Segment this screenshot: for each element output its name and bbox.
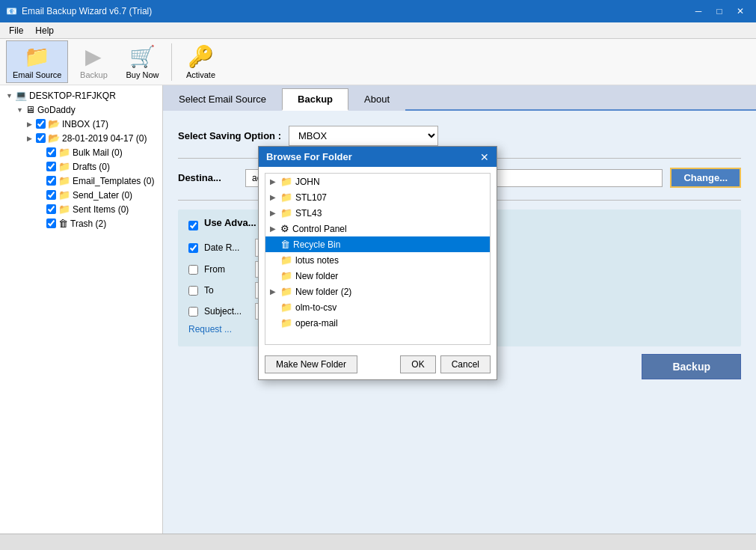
status-bar xyxy=(0,534,756,550)
stl43-label: STL43 xyxy=(295,208,322,219)
tree-item-drafts-label: Drafts (0) xyxy=(73,162,110,172)
templates-folder-icon: 📁 xyxy=(58,175,70,186)
computer-icon: 💻 xyxy=(15,90,27,101)
make-new-folder-button[interactable]: Make New Folder xyxy=(265,355,357,373)
email-source-button[interactable]: 📁 Email Source xyxy=(6,40,68,83)
date-checkbox[interactable] xyxy=(36,133,46,143)
tree-item-godaddy-label: GoDaddy xyxy=(37,105,76,115)
inbox-folder-icon: 📂 xyxy=(48,118,60,129)
godaddy-expand-icon: ▼ xyxy=(16,106,25,114)
stl107-label: STL107 xyxy=(295,192,327,203)
tree-item-inbox[interactable]: ▶ 📂 INBOX (17) xyxy=(0,117,162,131)
date-range-checkbox[interactable] xyxy=(188,243,198,253)
tab-backup[interactable]: Backup xyxy=(282,88,348,111)
lotus-label: lotus notes xyxy=(295,255,339,266)
tree-item-bulk[interactable]: 📁 Bulk Mail (0) xyxy=(0,145,162,159)
tree-item-templates-label: Email_Templates (0) xyxy=(73,176,154,186)
john-label: JOHN xyxy=(295,177,320,187)
tree-item-inbox-label: INBOX (17) xyxy=(62,119,108,129)
menu-file[interactable]: File xyxy=(3,24,29,37)
dialog-folder-john[interactable]: ▶ 📁 JOHN xyxy=(265,174,490,189)
subject-label: Subject... xyxy=(204,306,249,317)
from-checkbox[interactable] xyxy=(188,265,198,275)
new2-expand-icon: ▶ xyxy=(270,287,280,296)
dialog-ok-button[interactable]: OK xyxy=(400,355,435,373)
olm-label: olm-to-csv xyxy=(295,302,336,313)
to-checkbox[interactable] xyxy=(188,286,198,296)
backup-icon: ▶ xyxy=(85,44,102,69)
tree-item-date[interactable]: ▶ 📂 28-01-2019 04-17 (0) xyxy=(0,131,162,145)
dialog-close-button[interactable]: ✕ xyxy=(480,152,489,162)
use-advanced-checkbox[interactable] xyxy=(188,221,198,230)
saving-option-select[interactable]: MBOX PST EML MSG PDF HTML xyxy=(289,126,438,146)
new2-folder-icon: 📁 xyxy=(280,286,292,297)
dialog-cancel-button[interactable]: Cancel xyxy=(440,355,491,373)
saving-option-row: Select Saving Option : MBOX PST EML MSG … xyxy=(178,126,741,146)
menu-help[interactable]: Help xyxy=(29,24,60,37)
dialog-title-bar: Browse For Folder ✕ xyxy=(259,147,497,167)
request-link[interactable]: Request ... xyxy=(188,324,232,334)
menu-bar: File Help xyxy=(0,22,756,39)
from-label: From xyxy=(204,264,249,275)
browse-folder-dialog: Browse For Folder ✕ ▶ 📁 JOHN ▶ 📁 STL107 … xyxy=(258,146,497,380)
inbox-checkbox[interactable] xyxy=(36,119,46,129)
drafts-folder-icon: 📁 xyxy=(58,161,70,172)
tree-item-trash[interactable]: 🗑 Trash (2) xyxy=(0,216,162,230)
templates-checkbox[interactable] xyxy=(46,176,56,186)
tree-root[interactable]: ▼ 💻 DESKTOP-R1FJKQR xyxy=(0,88,162,103)
dialog-folder-recycle[interactable]: 🗑 Recycle Bin xyxy=(265,236,490,252)
maximize-button[interactable]: □ xyxy=(710,4,729,19)
minimize-button[interactable]: ─ xyxy=(689,4,708,19)
tab-select-email-source[interactable]: Select Email Source xyxy=(163,88,282,111)
opera-folder-icon: 📁 xyxy=(280,317,292,329)
tree-item-godaddy[interactable]: ▼ 🖥 GoDaddy xyxy=(0,103,162,117)
dialog-folder-stl43[interactable]: ▶ 📁 STL43 xyxy=(265,205,490,221)
new-folder-icon: 📁 xyxy=(280,270,292,281)
sendlater-folder-icon: 📁 xyxy=(58,189,70,201)
stl107-expand-icon: ▶ xyxy=(270,193,280,201)
recycle-icon: 🗑 xyxy=(280,239,290,250)
tree-item-sendlater[interactable]: 📁 Send_Later (0) xyxy=(0,188,162,202)
subject-checkbox[interactable] xyxy=(188,307,198,317)
dialog-folder-new[interactable]: 📁 New folder xyxy=(265,268,490,284)
date-range-label: Date R... xyxy=(204,242,249,253)
toolbar: 📁 Email Source ▶ Backup 🛒 Buy Now 🔑 Acti… xyxy=(0,39,756,85)
cart-icon: 🛒 xyxy=(129,44,156,69)
trash-checkbox[interactable] xyxy=(46,219,56,228)
activate-button[interactable]: 🔑 Activate xyxy=(178,40,223,83)
use-advanced-label: Use Adva... xyxy=(204,217,256,228)
backup-toolbar-button[interactable]: ▶ Backup xyxy=(71,40,116,83)
olm-folder-icon: 📁 xyxy=(280,302,292,313)
dialog-folder-control-panel[interactable]: ▶ ⚙ Control Panel xyxy=(265,221,490,236)
dialog-folder-new2[interactable]: ▶ 📁 New folder (2) xyxy=(265,284,490,299)
drafts-checkbox[interactable] xyxy=(46,162,56,171)
close-button[interactable]: ✕ xyxy=(731,4,750,19)
dialog-folder-opera[interactable]: 📁 opera-mail xyxy=(265,315,490,331)
dialog-folder-lotus[interactable]: 📁 lotus notes xyxy=(265,252,490,268)
backup-button[interactable]: Backup xyxy=(642,354,741,379)
buy-now-button[interactable]: 🛒 Buy Now xyxy=(119,40,165,83)
title-bar-controls: ─ □ ✕ xyxy=(689,4,750,19)
folder-icon: 📁 xyxy=(24,44,50,69)
tabs: Select Email Source Backup About xyxy=(163,85,756,111)
saving-option-label: Select Saving Option : xyxy=(178,130,281,141)
tree-item-templates[interactable]: 📁 Email_Templates (0) xyxy=(0,174,162,188)
to-label: To xyxy=(204,285,249,296)
john-folder-icon: 📁 xyxy=(280,176,292,187)
server-icon: 🖥 xyxy=(25,104,35,115)
toolbar-separator xyxy=(171,43,172,81)
dialog-folder-olm[interactable]: 📁 olm-to-csv xyxy=(265,299,490,315)
dialog-folder-stl107[interactable]: ▶ 📁 STL107 xyxy=(265,189,490,205)
root-expand-icon: ▼ xyxy=(6,92,15,100)
tree-item-sent[interactable]: 📁 Sent Items (0) xyxy=(0,202,162,216)
tab-about[interactable]: About xyxy=(348,88,405,111)
sent-checkbox[interactable] xyxy=(46,204,56,214)
bulk-checkbox[interactable] xyxy=(46,147,56,157)
dialog-folder-tree[interactable]: ▶ 📁 JOHN ▶ 📁 STL107 ▶ 📁 STL43 ▶ ⚙ Contro… xyxy=(265,173,491,345)
title-bar: 📧 Email Backup Wizard v6.7 (Trial) ─ □ ✕ xyxy=(0,0,756,22)
lotus-folder-icon: 📁 xyxy=(280,254,292,266)
stl43-folder-icon: 📁 xyxy=(280,207,292,219)
change-button[interactable]: Change... xyxy=(670,168,741,188)
sendlater-checkbox[interactable] xyxy=(46,190,56,200)
tree-item-drafts[interactable]: 📁 Drafts (0) xyxy=(0,159,162,174)
